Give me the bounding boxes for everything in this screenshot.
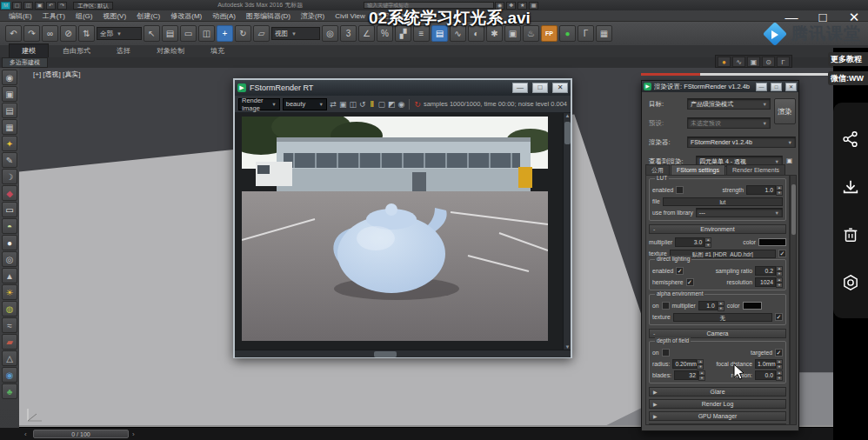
select-object-icon[interactable]: ↖ bbox=[144, 25, 160, 42]
ribbon-tab-freeform[interactable]: 自由形式 bbox=[50, 44, 103, 57]
eye-icon[interactable]: ◉ bbox=[2, 70, 17, 85]
new-icon[interactable]: ▢ bbox=[12, 2, 22, 10]
panel-scrollbar[interactable] bbox=[790, 175, 797, 425]
dialog-titlebar[interactable]: ▶ 渲染设置: FStormRender v1.2.4b — □ ✕ bbox=[642, 81, 798, 92]
menu-tools[interactable]: 工具(T) bbox=[37, 11, 70, 21]
alpha-multiplier-spinner[interactable]: 1.0▲▼ bbox=[698, 301, 724, 310]
menu-group[interactable]: 组(G) bbox=[70, 11, 98, 21]
rollout-gpu-manager[interactable]: ▶GPU Manager bbox=[649, 411, 786, 421]
download-icon[interactable] bbox=[841, 177, 860, 197]
horizontal-scroll-handle[interactable] bbox=[374, 351, 397, 357]
cone-icon[interactable]: ▲ bbox=[2, 268, 17, 283]
close-button[interactable]: ✕ bbox=[785, 83, 797, 91]
lut-strength-spinner[interactable]: 1.0▲▼ bbox=[746, 185, 783, 195]
monitor-icon[interactable]: ▣ bbox=[2, 86, 17, 102]
region-icon[interactable]: ▢ bbox=[378, 98, 386, 110]
env-texture-checkbox[interactable]: ✓ bbox=[778, 250, 786, 257]
target-dropdown[interactable]: 产品级渲染模式▼ bbox=[687, 98, 771, 110]
dof-focal-spinner[interactable]: 1.0mm▲▼ bbox=[755, 359, 783, 369]
disc-icon[interactable]: ◍ bbox=[2, 301, 17, 317]
lut-library-dropdown[interactable]: ---▼ bbox=[696, 208, 783, 217]
scale-icon[interactable]: ▱ bbox=[253, 25, 270, 42]
bind-space-warp-icon[interactable]: ⇅ bbox=[78, 25, 95, 42]
ribbon-tab-modeling[interactable]: 建模 bbox=[9, 43, 49, 57]
dof-rotation-spinner[interactable]: 0.0▲▼ bbox=[755, 370, 783, 380]
dl-hemisphere-checkbox[interactable]: ✓ bbox=[686, 278, 694, 286]
ref-coord-dropdown[interactable]: 视图▼ bbox=[271, 27, 320, 40]
select-link-icon[interactable]: ∞ bbox=[42, 25, 58, 42]
capsule-icon[interactable]: ▰ bbox=[2, 334, 17, 350]
move-icon[interactable]: + bbox=[217, 25, 233, 42]
rotate-icon[interactable]: ↻ bbox=[235, 25, 251, 42]
undo-icon[interactable]: ↶ bbox=[5, 25, 22, 42]
lut-enabled-checkbox[interactable] bbox=[676, 186, 684, 194]
close-button[interactable]: ✕ bbox=[552, 83, 568, 93]
pen-icon[interactable]: ✎ bbox=[2, 152, 17, 168]
box-icon[interactable]: ▭ bbox=[2, 202, 17, 217]
alpha-texture-checkbox[interactable]: ✓ bbox=[775, 313, 783, 321]
vertical-scrollbar[interactable]: ▲ ▼ bbox=[563, 113, 571, 350]
alpha-color-swatch[interactable] bbox=[743, 302, 762, 310]
renderer-dropdown[interactable]: FStormRender v1.2.4b▼ bbox=[687, 137, 796, 148]
workspace-selector[interactable]: 工作区: 默认 bbox=[73, 2, 113, 10]
fstorm-view-area[interactable]: ▲ ▼ bbox=[235, 113, 571, 350]
polygon-modeling-tab[interactable]: 多边形建模 bbox=[2, 57, 48, 68]
undo-icon[interactable]: ↶ bbox=[46, 2, 56, 10]
rect-region-icon[interactable]: ▭ bbox=[180, 25, 197, 42]
menu-civil-view[interactable]: Civil View bbox=[330, 12, 371, 20]
save-image-icon[interactable]: ▣ bbox=[339, 98, 347, 110]
pause-icon[interactable]: ‖ bbox=[369, 98, 376, 110]
env-multiplier-spinner[interactable]: 3.0▲▼ bbox=[675, 237, 711, 247]
sphere-icon[interactable]: ● bbox=[2, 235, 17, 250]
history-icon[interactable]: ↺ bbox=[359, 98, 366, 110]
vertical-scroll-handle[interactable] bbox=[564, 122, 571, 144]
time-slider[interactable]: 0 / 100 bbox=[33, 430, 129, 438]
tab-fstorm-settings[interactable]: FStorm settings bbox=[671, 164, 725, 175]
fstorm-button[interactable]: FP bbox=[541, 25, 558, 42]
tab-common[interactable]: 公用 bbox=[645, 164, 670, 175]
dl-enabled-checkbox[interactable]: ✓ bbox=[676, 267, 684, 275]
render-button[interactable]: 渲染 bbox=[774, 98, 796, 124]
sun-icon[interactable]: ☀ bbox=[2, 284, 17, 300]
redo-icon[interactable]: ↷ bbox=[23, 25, 40, 42]
dof-radius-spinner[interactable]: 0.20mm▲▼ bbox=[672, 359, 704, 369]
grid-icon[interactable]: ▦ bbox=[2, 119, 17, 135]
ribbon-tab-populate[interactable]: 填充 bbox=[198, 44, 237, 57]
follow-mouse-icon[interactable]: ◉ bbox=[398, 98, 405, 110]
menu-edit[interactable]: 编辑(E) bbox=[3, 11, 37, 21]
lut-file-button[interactable]: lut bbox=[663, 197, 783, 206]
mountain-icon[interactable]: △ bbox=[2, 350, 17, 366]
minimize-button[interactable]: — bbox=[512, 83, 528, 93]
dl-sampling-spinner[interactable]: 0.2▲▼ bbox=[755, 266, 783, 276]
hammer-icon[interactable]: Γ bbox=[777, 57, 790, 67]
viewport-label[interactable]: [+] [透视] [真实] bbox=[33, 70, 80, 79]
list-icon[interactable]: ▤ bbox=[2, 103, 17, 118]
use-center-icon[interactable]: ◎ bbox=[322, 25, 338, 42]
curve-icon[interactable]: ∿ bbox=[732, 57, 745, 67]
tools-hammer-icon[interactable]: Γ bbox=[578, 25, 594, 42]
tab-render-elements[interactable]: Render Elements bbox=[726, 164, 785, 175]
menu-views[interactable]: 视图(V) bbox=[97, 11, 131, 21]
grid-icon[interactable]: ▦ bbox=[596, 25, 612, 42]
swap-icon[interactable]: ⇄ bbox=[330, 98, 337, 110]
gem-icon[interactable]: ◆ bbox=[2, 185, 17, 201]
selection-filter-dropdown[interactable]: 全部▼ bbox=[97, 27, 142, 40]
menu-rendering[interactable]: 渲染(R) bbox=[296, 11, 330, 21]
record-dot-icon[interactable]: ● bbox=[718, 57, 731, 67]
dof-on-checkbox[interactable] bbox=[662, 349, 670, 357]
donut-icon[interactable]: ◎ bbox=[2, 251, 17, 267]
crossing-icon[interactable]: ◫ bbox=[198, 25, 215, 42]
unlink-icon[interactable]: ⊘ bbox=[60, 25, 77, 42]
light-lister-icon[interactable]: ● bbox=[559, 25, 576, 42]
alpha-texture-button[interactable]: 无 bbox=[673, 313, 772, 322]
lock-icon[interactable]: ▣ bbox=[786, 157, 792, 164]
dl-resolution-spinner[interactable]: 1024▲▼ bbox=[755, 277, 783, 287]
environment-rollout-header[interactable]: -Environment bbox=[649, 224, 786, 234]
clone-icon[interactable]: ◫ bbox=[349, 98, 357, 110]
preset-dropdown[interactable]: 未选定预设▼ bbox=[687, 117, 771, 129]
timeline-prev-icon[interactable]: ‹ bbox=[24, 430, 27, 438]
panel-scroll-handle[interactable] bbox=[791, 184, 796, 235]
redo-icon[interactable]: ↷ bbox=[57, 2, 67, 10]
waves-icon[interactable]: ≈ bbox=[2, 317, 17, 333]
maximize-button[interactable]: □ bbox=[532, 83, 548, 93]
